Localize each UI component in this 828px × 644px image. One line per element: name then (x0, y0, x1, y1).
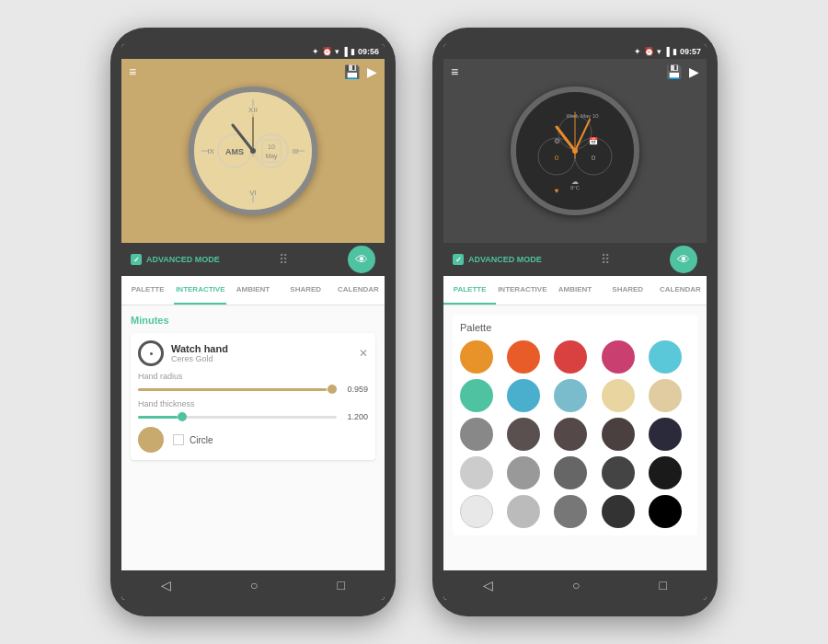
eye-fab-right[interactable]: 👁 (670, 246, 697, 273)
color-dot-17[interactable] (554, 456, 587, 489)
svg-text:0: 0 (592, 154, 596, 162)
phone-right: ✦ ⏰ ▾ ▐ ▮ 09:57 ≡ 💾 ▶ (432, 28, 718, 616)
home-btn-right[interactable]: ○ (572, 578, 580, 592)
color-dot-6[interactable] (507, 379, 540, 412)
color-dot-16[interactable] (507, 456, 540, 489)
palette-title: Palette (460, 322, 690, 333)
status-bar-right: ✦ ⏰ ▾ ▐ ▮ 09:57 (443, 44, 707, 59)
eye-fab-left[interactable]: 👁 (348, 246, 375, 273)
slider-thickness-thumb[interactable] (178, 412, 187, 421)
watch-face-right: ≡ 💾 ▶ 0 0 9°C Wed, May 10 (443, 59, 707, 243)
color-dot-11[interactable] (507, 418, 540, 451)
color-dot-24[interactable] (649, 495, 682, 528)
color-dot-23[interactable] (602, 495, 635, 528)
back-btn-left[interactable]: ◁ (161, 578, 171, 592)
svg-text:☁: ☁ (571, 178, 579, 186)
menu-icon-right[interactable]: ≡ (451, 64, 458, 79)
slider-radius-row: 0.959 (138, 385, 368, 394)
tabs-left: PALETTE INTERACTIVE AMBIENT SHARED CALEN… (121, 276, 385, 305)
hand-info: Watch hand Ceres Gold (171, 343, 351, 363)
close-button[interactable]: ✕ (359, 347, 368, 360)
tab-shared-left[interactable]: SHARED (280, 276, 332, 305)
hand-sub: Ceres Gold (171, 354, 351, 363)
phone-left-screen: ✦ ⏰ ▾ ▐ ▮ 09:56 ≡ 💾 ▶ (121, 44, 385, 600)
slider-radius-track[interactable] (138, 388, 337, 391)
tab-ambient-left[interactable]: AMBIENT (226, 276, 279, 305)
tab-palette-left[interactable]: PALETTE (121, 276, 174, 305)
watch-circle-dark: 0 0 9°C Wed, May 10 ⚙ 📅 ♥ ☁ (511, 86, 639, 215)
slider-thickness-track[interactable] (138, 416, 337, 419)
color-dot-10[interactable] (460, 418, 493, 451)
menu-icon-left[interactable]: ≡ (129, 64, 136, 79)
signal-icon: ▐ (342, 47, 348, 56)
grid-dots-left[interactable]: ⠿ (279, 252, 288, 267)
tab-calendar-left[interactable]: CALENDAR (332, 276, 385, 305)
recents-btn-left[interactable]: □ (338, 578, 345, 592)
color-dot-2[interactable] (554, 340, 587, 374)
color-dot-8[interactable] (602, 379, 635, 412)
color-dot-21[interactable] (507, 495, 540, 528)
tab-ambient-right[interactable]: AMBIENT (548, 276, 601, 305)
circle-checkbox[interactable] (173, 434, 184, 445)
svg-text:Wed, May 10: Wed, May 10 (566, 113, 599, 119)
svg-point-17 (250, 148, 256, 154)
svg-text:XII: XII (248, 106, 258, 114)
color-dot-5[interactable] (460, 379, 493, 412)
color-dot-14[interactable] (649, 418, 682, 451)
advanced-bar-left: ✓ ADVANCED MODE ⠿ 👁 (121, 243, 385, 276)
home-btn-left[interactable]: ○ (250, 578, 258, 592)
color-dot-1[interactable] (507, 340, 540, 374)
toolbar-right: ≡ 💾 ▶ (443, 64, 707, 79)
phone-left: ✦ ⏰ ▾ ▐ ▮ 09:56 ≡ 💾 ▶ (110, 28, 396, 616)
color-swatch-gold[interactable] (138, 427, 164, 453)
color-dot-3[interactable] (602, 340, 635, 374)
recents-btn-right[interactable]: □ (660, 578, 667, 592)
slider-thickness-group: Hand thickness 1.200 (138, 399, 368, 421)
send-icon-left[interactable]: ▶ (367, 64, 377, 79)
slider-thickness-label: Hand thickness (138, 399, 368, 408)
tab-interactive-left[interactable]: INTERACTIVE (174, 276, 226, 305)
color-dot-15[interactable] (460, 456, 493, 489)
tab-interactive-right[interactable]: INTERACTIVE (496, 276, 548, 305)
color-dot-13[interactable] (602, 418, 635, 451)
signal-icon-right: ▐ (664, 47, 670, 56)
slider-thickness-value: 1.200 (342, 412, 368, 421)
wifi-icon: ▾ (335, 47, 339, 56)
slider-thickness-row: 1.200 (138, 412, 368, 421)
save-icon-left[interactable]: 💾 (344, 64, 360, 79)
color-dot-12[interactable] (554, 418, 587, 451)
svg-text:10: 10 (268, 144, 275, 150)
color-dot-20[interactable] (460, 495, 493, 528)
watch-hand-header: Watch hand Ceres Gold ✕ (138, 340, 368, 366)
status-bar-left: ✦ ⏰ ▾ ▐ ▮ 09:56 (121, 44, 385, 59)
palette-section: Palette (453, 315, 697, 535)
save-icon-right[interactable]: 💾 (666, 64, 682, 79)
color-dot-22[interactable] (554, 495, 587, 528)
hand-icon (138, 340, 164, 366)
tab-calendar-right[interactable]: CALENDAR (654, 276, 707, 305)
toolbar-left: ≡ 💾 ▶ (121, 64, 385, 79)
bluetooth-icon-right: ✦ (634, 47, 641, 56)
slider-radius-thumb[interactable] (328, 385, 337, 394)
color-dot-19[interactable] (649, 456, 682, 489)
tab-palette-right[interactable]: PALETTE (443, 276, 496, 305)
section-title-left: Minutes (131, 315, 375, 326)
color-dot-7[interactable] (554, 379, 587, 412)
content-area-right: Palette (443, 305, 707, 570)
advanced-bar-right: ✓ ADVANCED MODE ⠿ 👁 (443, 243, 707, 276)
color-dot-0[interactable] (460, 340, 493, 374)
send-icon-right[interactable]: ▶ (689, 64, 699, 79)
grid-dots-right[interactable]: ⠿ (601, 252, 610, 267)
back-btn-right[interactable]: ◁ (483, 578, 493, 592)
tab-shared-right[interactable]: SHARED (602, 276, 654, 305)
advanced-checkbox-right[interactable]: ✓ (453, 254, 464, 265)
color-dot-9[interactable] (649, 379, 682, 412)
svg-text:III: III (293, 147, 299, 155)
color-dot-18[interactable] (602, 456, 635, 489)
svg-point-9 (255, 134, 288, 167)
clock-svg-dark: 0 0 9°C Wed, May 10 ⚙ 📅 ♥ ☁ (516, 92, 634, 210)
phone-right-screen: ✦ ⏰ ▾ ▐ ▮ 09:57 ≡ 💾 ▶ (443, 44, 707, 600)
color-grid (460, 340, 690, 528)
advanced-checkbox-left[interactable]: ✓ (131, 254, 142, 265)
color-dot-4[interactable] (649, 340, 682, 374)
